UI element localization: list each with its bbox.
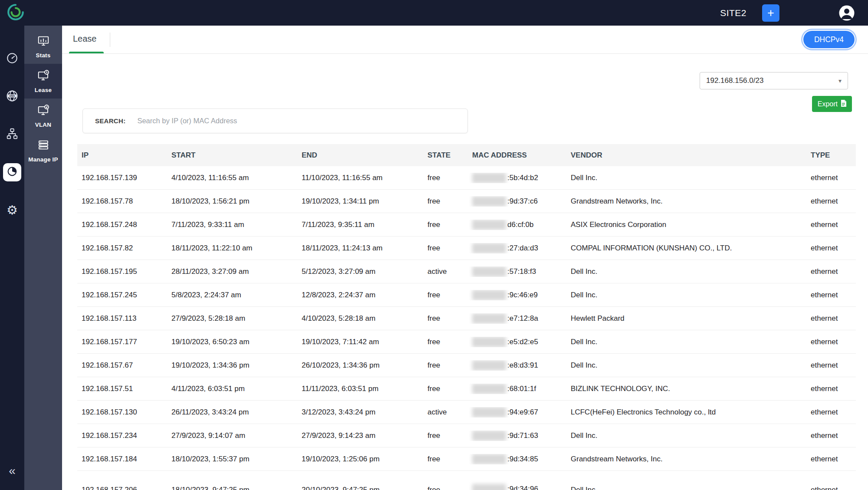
cell-start: 7/11/2023, 9:33:11 am (167, 220, 297, 229)
cell-mac: :9d:34:85 (468, 454, 566, 464)
cell-ip: 192.168.157.130 (77, 408, 167, 417)
nav-dhcp-active[interactable] (3, 163, 21, 181)
cell-mac: :e8:d3:91 (468, 360, 566, 371)
cell-vendor: Grandstream Networks, Inc. (566, 197, 806, 206)
mac-redacted-blur (472, 243, 506, 253)
nav-dns[interactable]: DNS (3, 88, 21, 106)
table-row[interactable]: 192.168.157.139 4/10/2023, 11:16:55 am 1… (77, 166, 856, 190)
sidebar-item-manage-ip[interactable]: Manage IP (24, 133, 62, 168)
cell-ip: 192.168.157.248 (77, 220, 167, 229)
nav-settings[interactable]: ⚙ (3, 201, 21, 219)
cell-start: 19/10/2023, 1:34:36 pm (167, 361, 297, 370)
cell-state: free (423, 314, 468, 323)
mac-redacted-blur (472, 484, 506, 490)
cell-ip: 192.168.157.113 (77, 314, 167, 323)
table-row[interactable]: 192.168.157.195 28/11/2023, 3:27:09 am 5… (77, 260, 856, 283)
table-row[interactable]: 192.168.157.67 19/10/2023, 1:34:36 pm 26… (77, 354, 856, 377)
mac-redacted-blur (472, 196, 506, 207)
column-header: MAC ADDRESS (468, 151, 566, 160)
cell-end: 11/10/2023, 11:16:55 am (297, 174, 423, 182)
manage-ip-list-icon (37, 138, 50, 153)
search-input[interactable] (137, 117, 455, 125)
table-row[interactable]: 192.168.157.184 18/10/2023, 1:55:37 pm 1… (77, 447, 856, 471)
export-button[interactable]: Export (812, 96, 852, 112)
mac-suffix: :9d:71:63 (507, 431, 538, 440)
table-row[interactable]: 192.168.157.51 4/11/2023, 6:03:51 pm 11/… (77, 377, 856, 401)
cell-end: 19/10/2023, 7:11:42 am (297, 338, 423, 346)
dhcpv4-toggle-button[interactable]: DHCPv4 (803, 31, 855, 48)
mac-redacted-blur (472, 220, 506, 230)
user-avatar-button[interactable] (838, 4, 856, 22)
table-row[interactable]: 192.168.157.177 19/10/2023, 6:50:23 am 1… (77, 330, 856, 354)
mac-redacted-blur (472, 454, 506, 464)
cell-mac: :9d:37:c6 (468, 196, 566, 207)
user-avatar-icon (838, 17, 856, 23)
stats-monitor-icon (37, 34, 50, 49)
cell-end: 11/11/2023, 6:03:51 pm (297, 385, 423, 393)
sidebar-item-lease[interactable]: Lease (24, 64, 62, 99)
lease-monitor-clock-icon (37, 69, 50, 84)
mac-redacted-blur (472, 173, 506, 183)
cell-state: free (423, 174, 468, 182)
table-row[interactable]: 192.168.157.113 27/9/2023, 5:28:18 am 4/… (77, 307, 856, 330)
table-row[interactable]: 192.168.157.130 26/11/2023, 3:43:24 pm 3… (77, 401, 856, 424)
cell-state: free (423, 361, 468, 370)
sidebar-collapse-button[interactable]: « (0, 464, 24, 478)
cell-mac: :5b:4d:b2 (468, 173, 566, 183)
cell-vendor: Dell Inc. (566, 361, 806, 370)
nav-topology[interactable] (3, 125, 21, 144)
sidebar-item-stats[interactable]: Stats (24, 29, 62, 64)
cell-start: 5/8/2023, 2:24:37 am (167, 291, 297, 299)
cell-ip: 192.168.157.234 (77, 431, 167, 440)
add-site-button[interactable]: + (762, 4, 779, 22)
table-row[interactable]: 192.168.157.82 18/11/2023, 11:22:10 am 1… (77, 237, 856, 260)
tab-divider (110, 33, 110, 47)
cell-vendor: Dell Inc. (566, 174, 806, 182)
mac-redacted-blur (472, 266, 506, 277)
cell-vendor: Dell Inc. (566, 267, 806, 276)
cell-vendor: Dell Inc. (566, 431, 806, 440)
cell-vendor: LCFC(HeFei) Electronics Technology co., … (566, 408, 806, 417)
table-header: IPSTARTENDSTATEMAC ADDRESSVENDORTYPE (77, 144, 856, 166)
sidebar-item-label: Lease (35, 87, 52, 93)
table-row[interactable]: 192.168.157.206 18/10/2023, 9:47:25 pm 2… (77, 471, 856, 490)
cell-start: 18/11/2023, 11:22:10 am (167, 244, 297, 253)
cell-type: ethernet (806, 267, 856, 276)
search-label: SEARCH: (95, 117, 125, 125)
cell-type: ethernet (806, 385, 856, 393)
cell-end: 18/11/2023, 11:24:13 am (297, 244, 423, 253)
cell-vendor: ASIX Electronics Corporation (566, 220, 806, 229)
table-row[interactable]: 192.168.157.234 27/9/2023, 9:14:07 am 27… (77, 424, 856, 447)
cell-start: 28/11/2023, 3:27:09 am (167, 267, 297, 276)
mac-suffix: :e7:12:8a (507, 314, 538, 323)
column-header: START (167, 151, 297, 160)
tab-lease[interactable]: Lease (73, 34, 97, 44)
sidebar-item-label: Stats (36, 52, 50, 59)
cell-state: active (423, 267, 468, 276)
cell-end: 19/10/2023, 1:34:11 pm (297, 197, 423, 206)
nav-dashboard[interactable] (3, 50, 21, 68)
cell-mac: :9c:46:e9 (468, 290, 566, 300)
cell-end: 7/11/2023, 9:35:11 am (297, 220, 423, 229)
export-button-label: Export (818, 100, 838, 108)
dns-label: DNS (10, 95, 15, 97)
table-body: 192.168.157.139 4/10/2023, 11:16:55 am 1… (77, 166, 856, 490)
sidebar-item-vlan[interactable]: VLAN (24, 99, 62, 133)
subnet-select-value: 192.168.156.0/23 (706, 76, 763, 85)
table-row[interactable]: 192.168.157.248 7/11/2023, 9:33:11 am 7/… (77, 213, 856, 237)
table-row[interactable]: 192.168.157.78 18/10/2023, 1:56:21 pm 19… (77, 190, 856, 213)
cell-end: 27/9/2023, 9:14:23 am (297, 431, 423, 440)
cell-ip: 192.168.157.78 (77, 197, 167, 206)
cell-mac: :57:18:f3 (468, 266, 566, 277)
table-row[interactable]: 192.168.157.245 5/8/2023, 2:24:37 am 12/… (77, 283, 856, 307)
column-header: IP (77, 151, 167, 160)
mac-suffix: :57:18:f3 (507, 267, 536, 276)
cell-ip: 192.168.157.177 (77, 338, 167, 346)
cell-ip: 192.168.157.139 (77, 174, 167, 182)
cell-state: free (423, 220, 468, 229)
lease-content: 192.168.156.0/23 ▾ Export SEARCH: (62, 54, 868, 490)
site-name: SITE2 (720, 8, 746, 18)
cell-start: 18/10/2023, 1:56:21 pm (167, 197, 297, 206)
subnet-select[interactable]: 192.168.156.0/23 ▾ (700, 72, 848, 89)
mac-suffix: d6:cf:0b (507, 220, 534, 229)
